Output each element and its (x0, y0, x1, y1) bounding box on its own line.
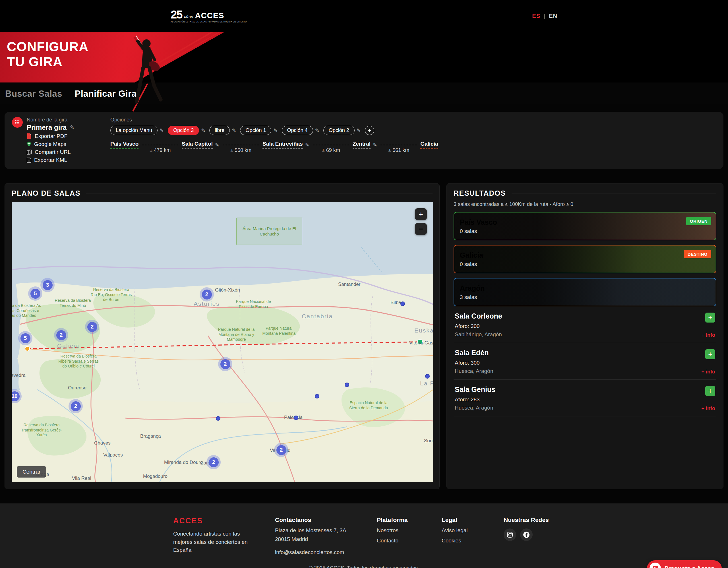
chat-button[interactable]: Pregunta a Acces (647, 560, 722, 568)
option-pill-opcion-3[interactable]: Opción 3 (168, 126, 199, 135)
map-canvas (12, 202, 433, 482)
edit-stop-button[interactable]: ✎ (305, 142, 309, 148)
option-pill-opcion-1[interactable]: Opción 1 (240, 126, 271, 135)
lang-en-button[interactable]: EN (549, 13, 557, 19)
venue-info-link[interactable]: + info (702, 332, 715, 338)
route-connector: ± 561 km (380, 145, 417, 145)
option-pill-libre[interactable]: libre (209, 126, 230, 135)
tour-name-label: Nombre de la gira (27, 117, 74, 123)
footer-tagline: Conectando artistas con las mejores sala… (173, 530, 253, 554)
share-url-button[interactable]: Compartir URL (27, 149, 71, 155)
acces-logo[interactable]: 25 AÑOS ACCES ASOCIACIÓN ESTATAL DE SALA… (171, 9, 216, 23)
hero-banner: CONFIGURA TU GIRA (0, 32, 728, 82)
facebook-icon[interactable] (520, 528, 533, 541)
google-maps-button[interactable]: Google Maps (27, 141, 66, 147)
map[interactable]: Gijón-Xixón Asturies Santander Cantabria… (12, 202, 433, 482)
venue-marker[interactable] (315, 394, 319, 398)
options-label: Opciones (110, 117, 716, 123)
social-title: Nuestras Redes (504, 517, 555, 523)
route-stop-zentral[interactable]: Zentral (353, 141, 371, 149)
region-card-aragon[interactable]: Aragón 3 salas (454, 278, 716, 306)
edit-tour-name-button[interactable]: ✎ (70, 124, 74, 131)
footer-link-nosotros[interactable]: Nosotros (377, 527, 398, 534)
edit-option-button[interactable]: ✎ (273, 127, 278, 134)
option-pill-la-opcion-manu[interactable]: La opción Manu (110, 126, 158, 135)
edit-option-button[interactable]: ✎ (232, 127, 236, 134)
option-pill-opcion-2[interactable]: Opción 2 (323, 126, 355, 135)
cluster-marker[interactable]: 2 (54, 328, 68, 342)
cluster-marker[interactable]: 5 (28, 286, 42, 301)
route-stop-galicia[interactable]: Galicia (420, 141, 438, 149)
add-venue-button[interactable]: + (705, 386, 715, 396)
add-venue-button[interactable]: + (705, 349, 715, 359)
edit-option-button[interactable]: ✎ (201, 127, 205, 134)
lang-es-button[interactable]: ES (532, 13, 540, 19)
tour-list-button[interactable] (12, 117, 23, 128)
route-distance: ± 550 km (230, 147, 251, 153)
route-distance: ± 479 km (150, 147, 171, 153)
edit-stop-button[interactable]: ✎ (215, 142, 219, 148)
tab-planificar-gira[interactable]: Planificar Gira (75, 89, 137, 99)
option-pill-opcion-4[interactable]: Opción 4 (282, 126, 313, 135)
cluster-marker[interactable]: 2 (69, 399, 83, 413)
venue-row-sala-corleone[interactable]: Sala Corleone Aforo: 300 Sabiñánigo, Ara… (454, 306, 716, 343)
edit-option-button[interactable]: ✎ (160, 127, 164, 134)
region-card-galicia[interactable]: Galicia 0 salas DESTINO (454, 245, 716, 273)
zoom-out-button[interactable]: − (415, 223, 427, 235)
contact-address-line2: 28015 Madrid (275, 536, 355, 543)
route-stop-sala-capitol[interactable]: Sala Capitol (182, 141, 213, 149)
cluster-marker[interactable]: 2 (85, 320, 99, 334)
contact-email-link[interactable]: info@salasdeconciertos.com (275, 549, 344, 555)
footer-link-aviso-legal[interactable]: Aviso legal (442, 527, 468, 534)
venue-row-sala-genius[interactable]: Sala Genius Aforo: 283 Huesca, Aragón + … (454, 380, 716, 416)
venue-marker[interactable] (400, 301, 405, 306)
footer-link-contacto[interactable]: Contacto (377, 538, 398, 544)
venue-name: Sala Genius (455, 385, 715, 394)
venue-marker[interactable] (216, 416, 220, 421)
chat-icon (650, 563, 661, 568)
cluster-marker[interactable]: 5 (18, 331, 32, 345)
logo-name: ACCES (195, 12, 224, 20)
region-card-pais-vasco[interactable]: País Vasco 0 salas ORIGEN (454, 212, 716, 240)
route-stop-sala-entrevinas[interactable]: Sala Entreviñas (262, 141, 303, 149)
venue-info-link[interactable]: + info (702, 406, 715, 412)
venue-marker[interactable] (345, 383, 349, 387)
venue-info-link[interactable]: + info (702, 369, 715, 375)
route-distance: ± 69 km (322, 147, 340, 153)
venue-marker[interactable] (425, 374, 430, 379)
venue-marker[interactable] (294, 416, 298, 420)
export-pdf-button[interactable]: Exportar PDF (27, 133, 67, 139)
tour-name: Primera gira (27, 123, 67, 131)
tab-buscar-salas[interactable]: Buscar Salas (5, 89, 62, 99)
cluster-marker[interactable]: 3 (40, 278, 55, 292)
edit-option-button[interactable]: ✎ (315, 127, 319, 134)
add-option-button[interactable]: + (365, 126, 374, 135)
venue-row-sala-eden[interactable]: Sala Edén Aforo: 300 Huesca, Aragón + + … (454, 343, 716, 380)
cluster-marker[interactable]: 2 (200, 287, 214, 301)
cluster-marker[interactable]: 2 (218, 357, 232, 371)
option-pills: La opción Manu ✎ Opción 3 ✎ libre ✎ Opci… (110, 126, 716, 135)
logo-subtitle: ASOCIACIÓN ESTATAL DE SALAS PRIVADAS DE … (171, 21, 216, 23)
map-pin-icon (27, 141, 31, 147)
edit-stop-button[interactable]: ✎ (373, 142, 377, 148)
file-icon (27, 158, 31, 163)
edit-option-button[interactable]: ✎ (357, 127, 361, 134)
banner-title: CONFIGURA TU GIRA (7, 39, 89, 69)
copyright: © 2025 ACCES. Todos los derechos reserva… (0, 565, 728, 568)
footer-brand[interactable]: ACCES (173, 517, 203, 525)
center-map-button[interactable]: Centrar (17, 466, 46, 478)
platform-title: Plataforma (377, 517, 419, 523)
venue-name: Sala Corleone (455, 312, 715, 320)
instagram-icon[interactable] (504, 528, 516, 541)
banner-title-line2: TU GIRA (7, 54, 63, 69)
export-kml-button[interactable]: Exportar KML (27, 157, 67, 163)
footer: ACCES Conectando artistas con las mejore… (0, 503, 728, 568)
cluster-marker[interactable]: 2 (274, 443, 288, 457)
footer-link-cookies[interactable]: Cookies (442, 538, 461, 544)
route-stop-pais-vasco[interactable]: País Vasco (110, 141, 138, 149)
main-tabs: Buscar Salas Planificar Gira (0, 82, 728, 105)
zoom-in-button[interactable]: + (415, 208, 427, 220)
destination-marker (25, 346, 30, 351)
cluster-marker[interactable]: 2 (206, 455, 221, 469)
add-venue-button[interactable]: + (705, 313, 715, 323)
